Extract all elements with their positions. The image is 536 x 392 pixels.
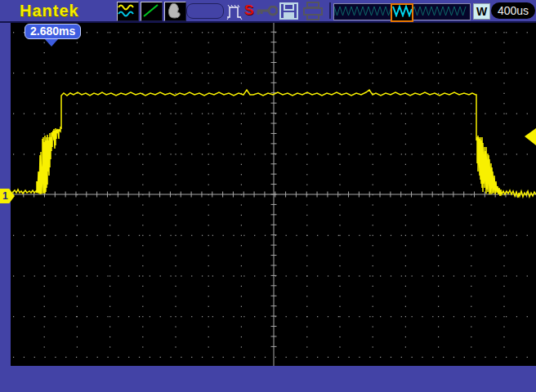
printer-icon[interactable]: [302, 2, 324, 20]
line-tool-button[interactable]: [141, 2, 163, 21]
hand-tool-button[interactable]: [164, 2, 186, 21]
hand-icon: [165, 2, 184, 19]
toolbar-divider: [329, 2, 331, 19]
graticule-area: [11, 23, 536, 366]
dual-wave-button[interactable]: [117, 2, 139, 21]
zoom-window-marker[interactable]: [391, 3, 413, 22]
record-preview-bar[interactable]: [333, 3, 471, 20]
waveform-trace: [11, 23, 536, 366]
trigger-position-bubble: 2.680ms: [25, 24, 81, 39]
window-mode-button[interactable]: W: [473, 3, 490, 20]
timebase-readout: 400us: [491, 2, 535, 19]
top-toolbar: Hantek S: [0, 0, 536, 23]
brand-logo: Hantek: [20, 2, 79, 20]
zoom-window-waveform: [392, 5, 412, 17]
trigger-level-arrow[interactable]: [525, 128, 536, 145]
pulse-icon: [226, 2, 243, 20]
key-icon: [257, 6, 278, 16]
mode-indicator-box: [186, 3, 224, 19]
dual-wave-icon: [118, 2, 136, 19]
floppy-save-icon[interactable]: [279, 2, 299, 20]
status-bar: DC 20 2.00V CH1 3.04V 0.00000Hz: [0, 366, 536, 392]
oscilloscope-screen: Hantek S: [0, 0, 536, 392]
diagonal-line-icon: [141, 2, 160, 19]
stop-indicator: S: [244, 2, 253, 19]
